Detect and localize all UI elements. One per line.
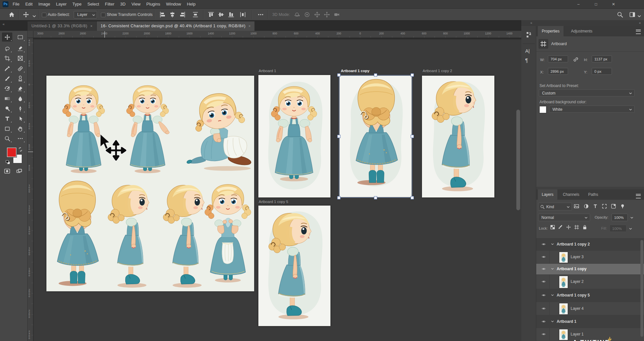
swap-colors-icon[interactable] bbox=[18, 147, 23, 152]
workspace-switcher-icon[interactable] bbox=[629, 11, 636, 18]
tab-close-icon[interactable]: × bbox=[248, 24, 251, 28]
menu-window[interactable]: Window bbox=[163, 0, 184, 8]
align-top-edges-icon[interactable] bbox=[208, 11, 214, 18]
menu-3d[interactable]: 3D bbox=[117, 0, 129, 8]
layer-name[interactable]: Artboard 1 copy bbox=[557, 267, 587, 271]
preset-dropdown[interactable]: Custom bbox=[539, 89, 635, 96]
rectangle-tool[interactable] bbox=[2, 124, 12, 133]
marquee-tool[interactable] bbox=[15, 32, 25, 42]
layer-name[interactable]: Layer 1 bbox=[571, 332, 584, 336]
selection-handle[interactable] bbox=[337, 73, 341, 77]
layer-name[interactable]: Artboard 1 bbox=[557, 319, 576, 324]
zoom-tool[interactable] bbox=[2, 134, 12, 143]
layer-row-artboard-1-copy[interactable]: Artboard 1 copy bbox=[536, 264, 644, 275]
fill-field[interactable]: 100% bbox=[610, 225, 626, 232]
document-tab-1[interactable]: Untitled-1 @ 33.3% (RGB/8)× bbox=[28, 21, 96, 31]
opacity-field[interactable]: 100% bbox=[612, 214, 628, 221]
artboard-character-sheet[interactable] bbox=[46, 76, 254, 291]
artboard-1-copy-2[interactable] bbox=[422, 76, 494, 197]
3d-slide-icon[interactable] bbox=[324, 11, 330, 18]
distribute-horizontal-centers-icon[interactable] bbox=[240, 11, 246, 18]
path-selection-tool[interactable] bbox=[15, 114, 25, 123]
layer-row-layer-4[interactable]: Layer 4 bbox=[536, 302, 644, 315]
blur-tool[interactable] bbox=[15, 94, 25, 103]
layer-name[interactable]: Layer 2 bbox=[571, 279, 584, 284]
window-close-button[interactable]: ✕ bbox=[610, 2, 617, 6]
3d-roll-icon[interactable] bbox=[304, 11, 310, 18]
artboard-label-artboard-1-copy[interactable]: Artboard 1 copy bbox=[341, 69, 369, 73]
pen-tool[interactable] bbox=[15, 104, 25, 113]
menu-select[interactable]: Select bbox=[84, 0, 102, 8]
artboard-label-artboard-1[interactable]: Artboard 1 bbox=[259, 69, 276, 73]
lock-transparency-icon[interactable] bbox=[550, 224, 555, 230]
show-transform-checkbox[interactable] bbox=[101, 13, 105, 17]
selection-handle[interactable] bbox=[374, 196, 377, 199]
layer-name[interactable]: Artboard 1 copy 5 bbox=[557, 293, 590, 297]
y-field[interactable]: 0 px bbox=[592, 68, 612, 75]
artboard-expand-chevron-icon[interactable] bbox=[551, 243, 554, 246]
selection-handle[interactable] bbox=[411, 135, 414, 138]
tab-paths[interactable]: Paths bbox=[584, 189, 602, 200]
smart-object-filter-icon[interactable] bbox=[611, 203, 616, 209]
layers-menu-icon[interactable] bbox=[636, 194, 641, 198]
move-tool[interactable] bbox=[2, 32, 12, 42]
height-field[interactable]: 1137 px bbox=[592, 56, 612, 62]
canvas-vertical-scrollbar[interactable] bbox=[516, 109, 520, 210]
auto-select-target-dropdown[interactable]: Layer bbox=[74, 11, 97, 19]
default-colors-icon[interactable] bbox=[6, 160, 10, 165]
vertical-ruler[interactable]: 4 0 02 0 002 0 04 0 06 0 08 0 01 0 0 01 … bbox=[28, 38, 33, 341]
width-field[interactable]: 704 px bbox=[548, 56, 568, 62]
auto-select-checkbox[interactable] bbox=[42, 13, 46, 17]
tab-properties[interactable]: Properties bbox=[538, 26, 564, 36]
tab-layers[interactable]: Layers bbox=[538, 189, 557, 200]
align-left-edges-icon[interactable] bbox=[159, 11, 166, 18]
selection-handle[interactable] bbox=[411, 196, 414, 199]
layer-name[interactable]: Layer 3 bbox=[571, 255, 584, 259]
foreground-color-swatch[interactable] bbox=[7, 147, 17, 157]
selection-handle[interactable] bbox=[337, 135, 341, 138]
artboard-bg-dropdown[interactable]: White bbox=[549, 106, 635, 113]
menu-image[interactable]: Image bbox=[35, 0, 53, 8]
align-horizontal-centers-icon[interactable] bbox=[169, 11, 176, 18]
layer-name[interactable]: Layer 4 bbox=[571, 306, 584, 311]
x-field[interactable]: 2896 px bbox=[548, 68, 568, 75]
artboard-expand-chevron-icon[interactable] bbox=[551, 320, 554, 323]
menu-view[interactable]: View bbox=[129, 0, 143, 8]
ruler-corner[interactable] bbox=[28, 31, 33, 38]
distribute-vertical-centers-icon[interactable] bbox=[192, 11, 199, 18]
shape-layer-filter-icon[interactable] bbox=[601, 203, 607, 209]
paragraph-panel-icon[interactable]: ¶ bbox=[525, 58, 532, 65]
clone-stamp-tool[interactable] bbox=[15, 74, 25, 83]
screen-mode-icon[interactable] bbox=[16, 168, 23, 174]
lock-position-icon[interactable] bbox=[566, 224, 571, 230]
layer-visibility-eye-icon[interactable] bbox=[541, 293, 547, 297]
brush-tool[interactable] bbox=[2, 74, 12, 83]
layer-visibility-eye-icon[interactable] bbox=[541, 255, 547, 259]
home-icon[interactable] bbox=[8, 11, 15, 18]
layer-visibility-eye-icon[interactable] bbox=[541, 307, 547, 310]
menu-layer[interactable]: Layer bbox=[53, 0, 70, 8]
document-tab-2[interactable]: 16- Consistent Character design.psd @ 40… bbox=[97, 21, 254, 31]
history-brush-tool[interactable] bbox=[2, 84, 12, 93]
move-tool-options-icon[interactable] bbox=[23, 11, 29, 18]
menu-edit[interactable]: Edit bbox=[22, 0, 35, 8]
3d-pan-icon[interactable] bbox=[314, 11, 320, 18]
workspace-chevron-icon[interactable] bbox=[638, 13, 641, 19]
lock-artboard-icon[interactable] bbox=[574, 224, 579, 230]
align-vertical-centers-icon[interactable] bbox=[218, 11, 224, 18]
pixel-layer-filter-icon[interactable] bbox=[574, 203, 579, 209]
layers-scrollbar[interactable] bbox=[640, 240, 643, 337]
tab-channels[interactable]: Channels bbox=[559, 189, 583, 200]
character-panel-icon[interactable]: A| bbox=[525, 48, 532, 55]
properties-panel-icon[interactable] bbox=[525, 31, 532, 38]
lock-all-icon[interactable] bbox=[582, 224, 588, 230]
type-layer-filter-icon[interactable] bbox=[592, 203, 598, 209]
more-align-options-icon[interactable] bbox=[257, 11, 264, 18]
link-dimensions-icon[interactable] bbox=[573, 56, 579, 63]
properties-menu-icon[interactable] bbox=[636, 30, 641, 34]
layer-name[interactable]: Artboard 1 copy 2 bbox=[557, 242, 590, 246]
layer-filter-kind-dropdown[interactable]: Kind bbox=[538, 203, 572, 210]
window-minimize-button[interactable]: – bbox=[575, 2, 582, 6]
selection-handle[interactable] bbox=[337, 196, 341, 199]
edit-toolbar-tool[interactable] bbox=[15, 134, 25, 143]
